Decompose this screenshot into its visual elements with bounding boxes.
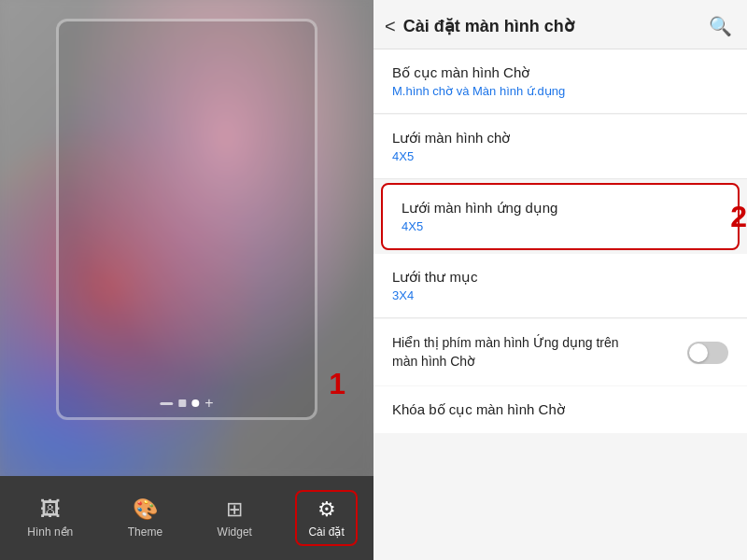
item-title-lock-layout: Khóa bố cục màn hình Chờ: [392, 401, 728, 418]
settings-item-app-grid[interactable]: Lưới màn hình ứng dụng 4X5 2: [381, 183, 740, 250]
toggle-switch-show-apps[interactable]: [687, 342, 728, 364]
item-title-folder-grid: Lưới thư mục: [392, 269, 728, 286]
dot-plus: +: [204, 396, 213, 411]
step-label-1: 1: [329, 367, 345, 401]
nav-item-settings[interactable]: ⚙ Cài đặt: [295, 490, 357, 546]
page-title: Cài đặt màn hình chờ: [403, 16, 574, 36]
settings-item-home-grid[interactable]: Lưới màn hình chờ 4X5: [374, 115, 747, 179]
nav-item-widget[interactable]: ⊞ Widget: [206, 492, 263, 544]
search-button[interactable]: 🔍: [709, 15, 732, 37]
item-subtitle-app-grid: 4X5: [402, 219, 719, 233]
dot-circle: [191, 399, 199, 407]
item-subtitle-folder-grid: 3X4: [392, 288, 728, 302]
phone-frame: [56, 19, 317, 420]
widget-label: Widget: [218, 525, 252, 539]
theme-label: Theme: [128, 525, 162, 539]
right-header: < Cài đặt màn hình chờ 🔍: [374, 0, 747, 49]
settings-item-folder-grid[interactable]: Lưới thư mục 3X4: [374, 254, 747, 318]
nav-item-theme[interactable]: 🎨 Theme: [117, 492, 174, 544]
bottom-nav: 🖼 Hình nền 🎨 Theme ⊞ Widget ⚙ Cài đặt: [0, 476, 374, 560]
header-left: < Cài đặt màn hình chờ: [385, 16, 574, 37]
item-subtitle-home-grid: 4X5: [392, 149, 728, 163]
settings-item-show-apps[interactable]: Hiển thị phím màn hình Ứng dụng trên màn…: [374, 319, 747, 385]
phone-screen: + 1: [0, 0, 374, 476]
wallpaper-icon: 🖼: [40, 497, 61, 522]
settings-list: Bố cục màn hình Chờ M.hình chờ và Màn hì…: [374, 49, 747, 560]
dot-square: [178, 399, 186, 407]
settings-item-lock-layout[interactable]: Khóa bố cục màn hình Chờ: [374, 386, 747, 433]
dot-dash: [160, 402, 173, 405]
item-title-layout: Bố cục màn hình Chờ: [392, 64, 728, 81]
right-panel: < Cài đặt màn hình chờ 🔍 Bố cục màn hình…: [374, 0, 747, 560]
dots-bar: +: [160, 396, 213, 411]
left-panel: + 1 🖼 Hình nền 🎨 Theme ⊞ Widget ⚙ Cài đặ…: [0, 0, 374, 560]
item-subtitle-layout: M.hình chờ và Màn hình ứ.dụng: [392, 84, 728, 98]
widget-icon: ⊞: [226, 497, 243, 522]
settings-item-layout[interactable]: Bố cục màn hình Chờ M.hình chờ và Màn hì…: [374, 49, 747, 114]
nav-item-wallpaper[interactable]: 🖼 Hình nền: [16, 492, 84, 544]
settings-icon: ⚙: [317, 497, 336, 522]
item-title-home-grid: Lưới màn hình chờ: [392, 130, 728, 147]
back-button[interactable]: <: [385, 16, 396, 37]
settings-label: Cài đặt: [308, 525, 344, 539]
wallpaper-label: Hình nền: [27, 525, 73, 539]
item-title-app-grid: Lưới màn hình ứng dụng: [402, 200, 719, 217]
step-label-2: 2: [730, 200, 747, 234]
toggle-label-show-apps: Hiển thị phím màn hình Ứng dụng trên màn…: [392, 334, 627, 371]
theme-icon: 🎨: [133, 497, 158, 522]
